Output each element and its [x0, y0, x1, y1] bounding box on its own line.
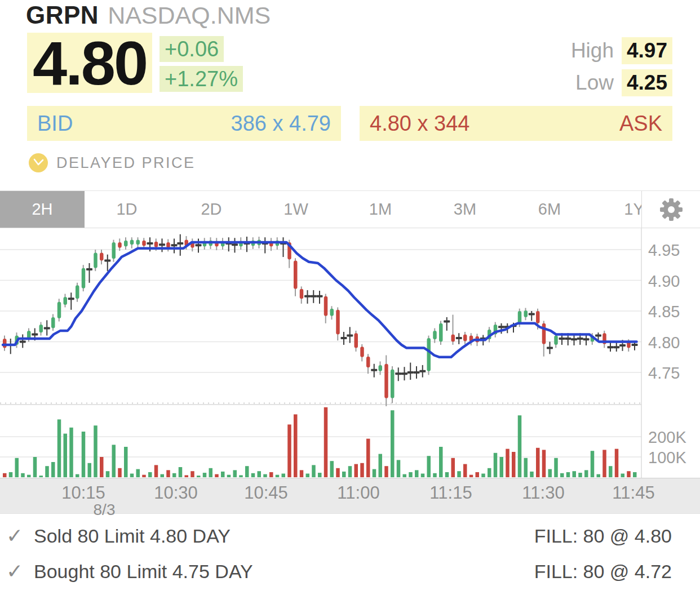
price-change-block: +0.06 +1.27% — [160, 36, 243, 92]
order-fill: FILL: 80 @ 4.72 — [534, 561, 672, 583]
tab-bar: 2H1D2D1W1M3M6M1Y — [0, 190, 700, 228]
check-icon: ✓ — [0, 524, 29, 548]
delayed-price-indicator: DELAYED PRICE — [28, 153, 196, 173]
volume-series — [3, 407, 637, 477]
y-axis-labels: 4.954.904.854.804.75200K100K — [648, 241, 686, 467]
tab-1d[interactable]: 1D — [85, 191, 169, 228]
x-axis-label: 11:30 — [522, 483, 564, 503]
time-axis: 10:158/310:3010:4511:0011:1511:3011:45 — [0, 478, 700, 514]
x-axis-label: 10:45 — [244, 483, 288, 503]
last-price-highlight: 4.80 — [27, 33, 152, 93]
high-value: 4.97 — [622, 37, 672, 64]
x-axis-label: 10:30 — [154, 483, 198, 503]
exchange-label: NASDAQ.NMS — [108, 2, 271, 29]
gear-icon — [656, 194, 686, 225]
high-label: High — [571, 39, 614, 63]
page-root: { "header": { "symbol": "GRPN", "exchang… — [0, 0, 700, 595]
x-axis-label: 11:15 — [429, 483, 472, 503]
y-axis-label: 4.90 — [648, 272, 680, 290]
x-axis-label: 11:00 — [337, 483, 379, 503]
ask-label: ASK — [619, 112, 662, 136]
clock-icon — [28, 153, 48, 173]
y-axis-label: 4.80 — [648, 334, 680, 352]
y-axis-label: 100K — [648, 449, 686, 467]
order-row-sold[interactable]: ✓ Sold 80 Limit 4.80 DAY FILL: 80 @ 4.80 — [0, 521, 700, 550]
bid-size-price: 386 x 4.79 — [231, 112, 331, 136]
y-axis-label: 200K — [648, 428, 686, 446]
ask-panel[interactable]: 4.80 x 344 ASK — [360, 106, 672, 141]
high-row: High 4.97 — [571, 37, 672, 64]
high-low-block: High 4.97 Low 4.25 — [571, 37, 672, 96]
low-row: Low 4.25 — [575, 69, 672, 96]
symbol-title: GRPN — [26, 1, 99, 29]
low-label: Low — [575, 71, 614, 95]
x-axis-label: 10:15 — [61, 483, 105, 503]
ask-price-size: 4.80 x 344 — [370, 112, 469, 136]
y-axis-label: 4.75 — [648, 364, 680, 382]
order-label: Bought 80 Limit 4.75 DAY — [34, 561, 534, 583]
tab-2h[interactable]: 2H — [0, 191, 85, 228]
tab-2d[interactable]: 2D — [169, 191, 254, 228]
order-label: Sold 80 Limit 4.80 DAY — [34, 525, 534, 547]
tab-1m[interactable]: 1M — [338, 191, 423, 228]
y-axis-label: 4.85 — [648, 303, 680, 321]
chart-settings-button[interactable] — [641, 191, 700, 228]
order-fill: FILL: 80 @ 4.80 — [534, 525, 672, 547]
price-change: +0.06 — [160, 36, 224, 62]
instrument-header: GRPN NASDAQ.NMS — [26, 1, 271, 29]
tab-1w[interactable]: 1W — [254, 191, 338, 228]
x-axis-label: 11:45 — [612, 483, 654, 503]
y-axis-label: 4.95 — [648, 241, 680, 259]
bid-panel[interactable]: BID 386 x 4.79 — [27, 106, 341, 141]
chart-canvas[interactable]: 4.954.904.854.804.75200K100K — [0, 228, 700, 478]
check-icon: ✓ — [0, 560, 29, 583]
order-row-bought[interactable]: ✓ Bought 80 Limit 4.75 DAY FILL: 80 @ 4.… — [0, 557, 700, 586]
bid-label: BID — [37, 112, 73, 136]
low-value: 4.25 — [622, 69, 672, 96]
candlestick-series — [3, 234, 638, 406]
tab-bar-items: 2H1D2D1W1M3M6M1Y — [0, 191, 676, 228]
delayed-price-label: DELAYED PRICE — [56, 154, 196, 172]
price-change-percent: +1.27% — [160, 66, 243, 92]
x-axis-date-label: 8/3 — [94, 501, 116, 519]
tab-6m[interactable]: 6M — [507, 191, 592, 228]
tab-3m[interactable]: 3M — [423, 191, 507, 228]
last-price: 4.80 — [33, 32, 147, 94]
